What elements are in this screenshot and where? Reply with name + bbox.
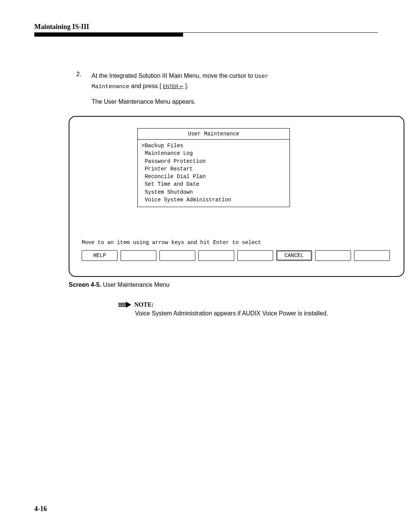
note-text: Voice System Administration appears if A…: [135, 309, 378, 318]
step-text-b: and press [: [129, 83, 163, 89]
function-key-row: HELP CANCEL: [82, 250, 391, 261]
menu-box: User Maintenance >Backup Files Maintenan…: [137, 128, 290, 207]
page-header-title: Maintaining IS-III: [34, 23, 378, 31]
note-label: NOTE:: [134, 301, 154, 308]
step-2: 2. At the Integrated Solution III Main M…: [76, 71, 378, 92]
menu-item-set-time-date[interactable]: Set Time and Date: [142, 180, 286, 188]
step-followup-text: The User Maintenance Menu appears.: [92, 98, 378, 105]
svg-marker-3: [126, 302, 131, 308]
terminal-screen: User Maintenance >Backup Files Maintenan…: [69, 116, 404, 277]
svg-rect-2: [118, 306, 126, 307]
fkey-8[interactable]: [354, 250, 390, 261]
figure-caption: Screen 4-5. User Maintenance Menu: [69, 281, 378, 288]
step-text-a: At the Integrated Solution III Main Menu…: [92, 72, 255, 79]
menu-items: >Backup Files Maintenance Log Password P…: [138, 140, 290, 207]
step-body: At the Integrated Solution III Main Menu…: [92, 71, 378, 92]
header-rule-thick: [34, 33, 183, 37]
menu-item-voice-system-admin[interactable]: Voice System Administration: [142, 196, 286, 204]
step-code-maintenance: Maintenance: [92, 84, 129, 90]
help-button[interactable]: HELP: [82, 250, 117, 261]
note-arrow-icon: [118, 302, 131, 308]
step-code-user: User: [255, 73, 269, 80]
menu-item-maintenance-log[interactable]: Maintenance Log: [142, 149, 286, 157]
fkey-5[interactable]: [237, 250, 273, 261]
fkey-2[interactable]: [121, 250, 156, 261]
enter-key: ENTER ↵: [163, 84, 183, 89]
fkey-4[interactable]: [198, 250, 234, 261]
step-number: 2.: [76, 71, 92, 92]
caption-text: User Maintenance Menu: [101, 281, 169, 288]
svg-rect-0: [118, 303, 126, 304]
svg-rect-1: [118, 304, 126, 305]
menu-hint: Move to an item using arrow keys and hit…: [82, 239, 393, 246]
page-number: 4-16: [34, 505, 47, 513]
menu-item-backup[interactable]: >Backup Files: [142, 142, 286, 149]
caption-label: Screen 4-5.: [69, 281, 101, 288]
step-text-c: ].: [183, 83, 188, 89]
menu-title: User Maintenance: [138, 129, 290, 140]
fkey-7[interactable]: [315, 250, 351, 261]
menu-item-password-protection[interactable]: Password Protection: [142, 158, 286, 165]
cancel-button[interactable]: CANCEL: [276, 250, 312, 261]
menu-item-printer-restart[interactable]: Printer Restart: [142, 165, 286, 173]
note-block: NOTE: Voice System Administration appear…: [118, 301, 378, 318]
fkey-3[interactable]: [159, 250, 195, 261]
menu-item-system-shutdown[interactable]: System Shutdown: [142, 188, 286, 196]
menu-item-reconcile-dial-plan[interactable]: Reconcile Dial Plan: [142, 173, 286, 180]
